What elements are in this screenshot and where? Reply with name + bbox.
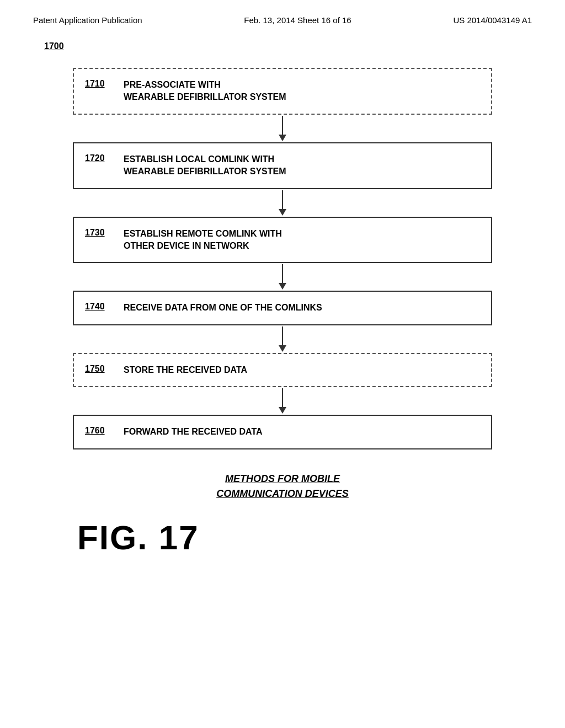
header-date-sheet: Feb. 13, 2014 Sheet 16 of 16 bbox=[244, 15, 351, 25]
step-1740-text: RECEIVE DATA FROM ONE OF THE COMLINKS bbox=[124, 302, 322, 314]
step-1720-box: 1720 ESTABLISH LOCAL COMLINK WITHWEARABL… bbox=[73, 142, 492, 189]
arrow-line bbox=[282, 116, 283, 135]
caption-line2: COMMUNICATION DEVICES bbox=[216, 488, 349, 499]
step-1760-text: FORWARD THE RECEIVED DATA bbox=[124, 426, 263, 438]
step-1760-box: 1760 FORWARD THE RECEIVED DATA bbox=[73, 415, 492, 449]
step-1720-text: ESTABLISH LOCAL COMLINK WITHWEARABLE DEF… bbox=[124, 153, 286, 178]
header-publication-type: Patent Application Publication bbox=[33, 15, 142, 25]
step-1740-box: 1740 RECEIVE DATA FROM ONE OF THE COMLIN… bbox=[73, 291, 492, 325]
arrow-line bbox=[282, 190, 283, 209]
main-content: 1700 1710 PRE-ASSOCIATE WITHWEARABLE DEF… bbox=[0, 25, 565, 574]
step-1730-number: 1730 bbox=[85, 228, 113, 238]
step-1750-text: STORE THE RECEIVED DATA bbox=[124, 364, 247, 376]
arrow-1730-1740 bbox=[279, 263, 286, 291]
arrow-head bbox=[279, 209, 286, 216]
step-1710-text: PRE-ASSOCIATE WITHWEARABLE DEFIBRILLATOR… bbox=[124, 79, 286, 104]
step-1750-number: 1750 bbox=[85, 364, 113, 374]
arrow-1740-1750 bbox=[279, 325, 286, 353]
arrow-1710-1720 bbox=[279, 115, 286, 142]
caption-line1: METHODS FOR MOBILE bbox=[225, 473, 340, 484]
arrow-line bbox=[282, 326, 283, 345]
arrow-head bbox=[279, 407, 286, 414]
arrow-1720-1730 bbox=[279, 189, 286, 217]
step-1710-number: 1710 bbox=[85, 79, 113, 89]
patent-page: Patent Application Publication Feb. 13, … bbox=[0, 0, 565, 728]
step-1720-number: 1720 bbox=[85, 153, 113, 163]
step-1710-box: 1710 PRE-ASSOCIATE WITHWEARABLE DEFIBRIL… bbox=[73, 68, 492, 115]
step-1750-box: 1750 STORE THE RECEIVED DATA bbox=[73, 353, 492, 387]
flowchart: 1710 PRE-ASSOCIATE WITHWEARABLE DEFIBRIL… bbox=[44, 68, 521, 449]
figure-caption: METHODS FOR MOBILE COMMUNICATION DEVICES bbox=[216, 472, 349, 501]
step-1740-number: 1740 bbox=[85, 302, 113, 312]
step-1760-number: 1760 bbox=[85, 426, 113, 436]
figure-id-label: 1700 bbox=[44, 41, 64, 51]
arrow-head bbox=[279, 283, 286, 290]
arrow-line bbox=[282, 264, 283, 283]
bottom-section: METHODS FOR MOBILE COMMUNICATION DEVICES… bbox=[44, 472, 521, 557]
figure-number: FIG. 17 bbox=[44, 518, 199, 557]
arrow-head bbox=[279, 135, 286, 141]
arrow-line bbox=[282, 388, 283, 407]
step-1730-text: ESTABLISH REMOTE COMLINK WITHOTHER DEVIC… bbox=[124, 228, 282, 253]
arrow-1750-1760 bbox=[279, 387, 286, 415]
arrow-head bbox=[279, 345, 286, 352]
header-patent-number: US 2014/0043149 A1 bbox=[453, 15, 532, 25]
page-header: Patent Application Publication Feb. 13, … bbox=[0, 0, 565, 25]
step-1730-box: 1730 ESTABLISH REMOTE COMLINK WITHOTHER … bbox=[73, 217, 492, 264]
